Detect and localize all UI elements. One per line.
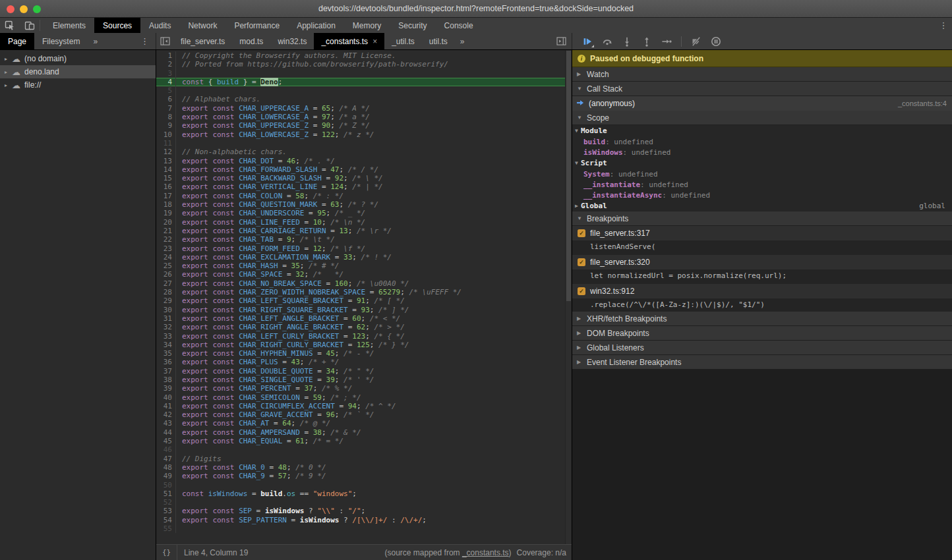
line-number[interactable]: 53 — [156, 507, 176, 515]
scope-variable[interactable]: __instantiateAsync: undefined — [572, 190, 952, 200]
tree-item-no-domain[interactable]: ▸☁(no domain) — [0, 52, 156, 65]
pretty-print-button[interactable]: {} — [156, 545, 177, 560]
chevron-right-icon[interactable]: ▸ — [5, 56, 12, 62]
line-number[interactable]: 20 — [156, 218, 176, 227]
code-line[interactable]: 15export const CHAR_BACKWARD_SLASH = 92;… — [156, 174, 565, 182]
line-number[interactable]: 31 — [156, 314, 176, 323]
section-scope[interactable]: ▼Scope — [572, 111, 952, 125]
chevron-right-icon[interactable]: ▸ — [5, 69, 12, 75]
line-number[interactable]: 54 — [156, 516, 176, 524]
line-number[interactable]: 32 — [156, 323, 176, 331]
line-number[interactable]: 16 — [156, 182, 176, 191]
close-window-button[interactable] — [7, 5, 15, 13]
code-line[interactable]: 29export const CHAR_LEFT_SQUARE_BRACKET … — [156, 296, 565, 305]
code-line[interactable]: 18export const CHAR_QUESTION_MARK = 63; … — [156, 200, 565, 209]
code-line[interactable]: 10export const CHAR_LOWERCASE_Z = 122; /… — [156, 130, 565, 139]
zoom-window-button[interactable] — [33, 5, 41, 13]
code-line[interactable]: 54export const SEP_PATTERN = isWindows ?… — [156, 516, 565, 524]
section-global-listeners[interactable]: ▶Global Listeners — [572, 341, 952, 355]
line-number[interactable]: 6 — [156, 95, 176, 103]
execution-line[interactable]: 4const { build } = Deno; — [156, 78, 565, 86]
line-number[interactable]: 41 — [156, 402, 176, 410]
code-line[interactable]: 33export const CHAR_LEFT_CURLY_BRACKET =… — [156, 332, 565, 341]
code-line[interactable]: 16export const CHAR_VERTICAL_LINE = 124;… — [156, 182, 565, 191]
file-tab-mod-ts[interactable]: mod.ts — [232, 33, 270, 49]
code-viewport[interactable]: 1// Copyright the Browserify authors. MI… — [156, 51, 565, 544]
deactivate-breakpoints-button[interactable] — [688, 34, 705, 49]
resume-button[interactable] — [579, 34, 596, 49]
code-line[interactable]: 14export const CHAR_FORWARD_SLASH = 47; … — [156, 165, 565, 174]
line-number[interactable]: 36 — [156, 358, 176, 366]
code-line[interactable]: 34export const CHAR_RIGHT_CURLY_BRACKET … — [156, 341, 565, 349]
line-number[interactable]: 55 — [156, 524, 176, 533]
breakpoint-checkbox[interactable]: ✓ — [578, 287, 585, 295]
line-number[interactable]: 4 — [156, 78, 176, 86]
breakpoint-snippet[interactable]: let normalizedUrl = posix.normalize(req.… — [572, 269, 952, 281]
line-number[interactable]: 10 — [156, 130, 176, 139]
code-line[interactable]: 9export const CHAR_UPPERCASE_Z = 90; /* … — [156, 121, 565, 130]
line-number[interactable]: 23 — [156, 244, 176, 253]
code-line[interactable]: 25export const CHAR_HASH = 35; /* # */ — [156, 262, 565, 270]
scope-group-module[interactable]: ▼Module — [572, 125, 952, 136]
code-line[interactable]: 31export const CHAR_LEFT_ANGLE_BRACKET =… — [156, 314, 565, 323]
tab-elements[interactable]: Elements — [44, 18, 94, 33]
tab-network[interactable]: Network — [179, 18, 225, 33]
line-number[interactable]: 27 — [156, 279, 176, 288]
code-line[interactable]: 49export const CHAR_9 = 57; /* 9 */ — [156, 472, 565, 480]
code-line[interactable]: 55 — [156, 524, 565, 533]
file-tab-win32-ts[interactable]: win32.ts — [270, 33, 314, 49]
code-line[interactable]: 50 — [156, 481, 565, 490]
editor-scrollbar[interactable] — [565, 50, 572, 544]
breakpoint-entry[interactable]: ✓file_server.ts:320 — [572, 255, 952, 269]
line-number[interactable]: 24 — [156, 253, 176, 262]
tab-sources[interactable]: Sources — [94, 18, 140, 33]
code-line[interactable]: 46 — [156, 445, 565, 454]
line-number[interactable]: 19 — [156, 209, 176, 217]
scope-variable[interactable]: System: undefined — [572, 169, 952, 179]
line-number[interactable]: 30 — [156, 306, 176, 314]
code-line[interactable]: 8export const CHAR_LOWERCASE_A = 97; /* … — [156, 113, 565, 121]
section-xhr-fetch-breakpoints[interactable]: ▶XHR/fetch Breakpoints — [572, 312, 952, 326]
line-number[interactable]: 33 — [156, 332, 176, 341]
step-over-button[interactable] — [599, 34, 616, 49]
code-line[interactable]: 30export const CHAR_RIGHT_SQUARE_BRACKET… — [156, 306, 565, 314]
line-number[interactable]: 47 — [156, 455, 176, 463]
line-number[interactable]: 28 — [156, 288, 176, 296]
code-line[interactable]: 28export const CHAR_ZERO_WIDTH_NOBREAK_S… — [156, 288, 565, 296]
code-line[interactable]: 17export const CHAR_COLON = 58; /* : */ — [156, 192, 565, 200]
code-line[interactable]: 26export const CHAR_SPACE = 32; /* */ — [156, 270, 565, 279]
line-number[interactable]: 1 — [156, 51, 176, 60]
minimize-window-button[interactable] — [20, 5, 28, 13]
line-number[interactable]: 34 — [156, 341, 176, 349]
code-line[interactable]: 52 — [156, 498, 565, 507]
code-line[interactable]: 3 — [156, 69, 565, 78]
line-number[interactable]: 44 — [156, 428, 176, 437]
line-number[interactable]: 42 — [156, 410, 176, 419]
line-number[interactable]: 52 — [156, 498, 176, 507]
more-navigator-tabs-button[interactable]: » — [88, 33, 103, 49]
tab-security[interactable]: Security — [390, 18, 435, 33]
breakpoint-checkbox[interactable]: ✓ — [578, 258, 585, 266]
step-out-button[interactable] — [638, 34, 655, 49]
line-number[interactable]: 15 — [156, 174, 176, 182]
line-number[interactable]: 12 — [156, 148, 176, 156]
line-number[interactable]: 5 — [156, 86, 176, 95]
code-line[interactable]: 37export const CHAR_DOUBLE_QUOTE = 34; /… — [156, 367, 565, 376]
chevron-right-icon[interactable]: ▸ — [5, 82, 12, 88]
section-breakpoints[interactable]: ▼Breakpoints — [572, 211, 952, 226]
line-number[interactable]: 21 — [156, 227, 176, 235]
code-line[interactable]: 20export const CHAR_LINE_FEED = 10; /* \… — [156, 218, 565, 227]
line-number[interactable]: 37 — [156, 367, 176, 376]
call-stack-frame[interactable]: (anonymous)_constants.ts:4 — [572, 96, 952, 111]
tree-item-deno-land[interactable]: ▸☁deno.land — [0, 65, 156, 78]
hide-navigator-button[interactable] — [156, 33, 173, 49]
code-line[interactable]: 7export const CHAR_UPPERCASE_A = 65; /* … — [156, 104, 565, 113]
line-number[interactable]: 17 — [156, 192, 176, 200]
close-tab-icon[interactable]: × — [372, 37, 377, 46]
tab-memory[interactable]: Memory — [344, 18, 390, 33]
tab-performance[interactable]: Performance — [225, 18, 288, 33]
line-number[interactable]: 39 — [156, 384, 176, 393]
code-line[interactable]: 47// Digits — [156, 455, 565, 463]
tab-audits[interactable]: Audits — [140, 18, 179, 33]
code-line[interactable]: 35export const CHAR_HYPHEN_MINUS = 45; /… — [156, 349, 565, 358]
